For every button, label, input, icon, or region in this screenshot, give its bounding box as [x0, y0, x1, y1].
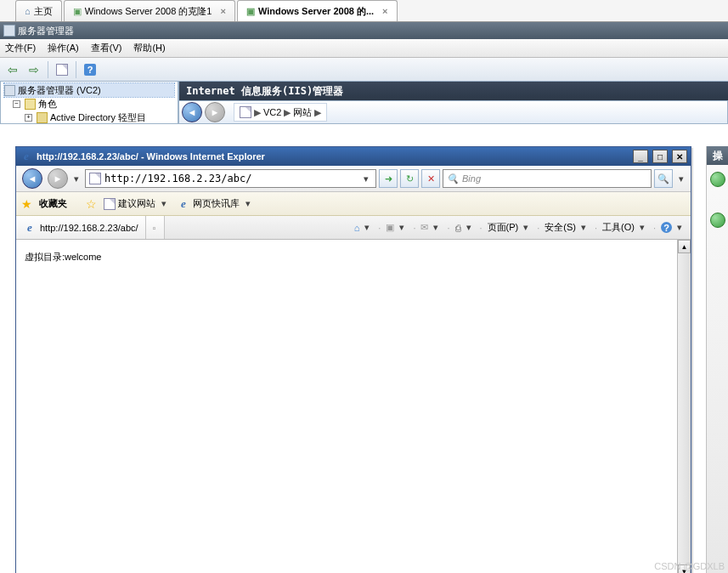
tree-panel: 服务器管理器 (VC2) − 角色 + Active Directory 轻型目 [0, 82, 178, 124]
print-button[interactable]: ⎙▾ [455, 222, 475, 233]
chevron-right-icon: ▶ [314, 107, 321, 118]
ie-icon [20, 150, 33, 163]
star-icon[interactable]: ★ [21, 197, 32, 211]
menu-file[interactable]: 文件(F) [5, 42, 36, 54]
page-content: 虚拟目录:welcome ▲ ▼ [16, 240, 691, 573]
arrow-right-icon: ► [211, 107, 220, 117]
tree-label: 角色 [38, 98, 57, 111]
minimize-button[interactable]: _ [633, 150, 648, 163]
favorites-bar: ★ 收藏夹 ☆ 建议网站 ▾ 网页快讯库 ▾ [16, 192, 691, 216]
tree-root[interactable]: 服务器管理器 (VC2) [4, 83, 174, 97]
close-icon: ✕ [427, 173, 435, 184]
forward-button[interactable]: ► [48, 168, 68, 189]
collapse-icon[interactable]: − [13, 100, 20, 108]
chevron-down-icon[interactable]: ▾ [242, 198, 254, 209]
vertical-scrollbar[interactable]: ▲ ▼ [677, 240, 691, 573]
tree-roles[interactable]: − 角色 [4, 97, 174, 111]
stop-button[interactable]: ✕ [421, 169, 440, 188]
page-icon [240, 106, 251, 118]
maximize-button[interactable]: □ [652, 150, 668, 163]
properties-button[interactable] [53, 60, 71, 79]
globe-icon[interactable] [710, 213, 725, 228]
forward-button[interactable]: ⇨ [25, 60, 43, 79]
forward-button[interactable]: ► [205, 102, 225, 122]
fav-label: 网页快讯库 [193, 197, 240, 210]
url-input[interactable] [104, 173, 357, 184]
search-box[interactable]: 🔍 Bing [443, 169, 652, 188]
body-text: 虚拟目录:welcome [25, 252, 101, 262]
ie-window: http://192.168.2.23/abc/ - Windows Inter… [15, 146, 691, 573]
window-title: http://192.168.2.23/abc/ - Windows Inter… [37, 151, 265, 162]
actions-pane: 操 [706, 146, 728, 573]
arrow-left-icon: ◄ [28, 173, 37, 184]
home-icon: ⌂ [354, 223, 360, 233]
breadcrumb[interactable]: ▶ VC2 ▶ 网站 ▶ [234, 103, 327, 122]
tree-ad[interactable]: + Active Directory 轻型目 [4, 111, 174, 124]
scroll-up-button[interactable]: ▲ [678, 240, 691, 253]
arrow-left-icon: ◄ [188, 107, 197, 117]
search-dropdown[interactable]: ▾ [675, 173, 687, 184]
content-split: 服务器管理器 (VC2) − 角色 + Active Directory 轻型目… [0, 82, 728, 124]
close-button[interactable]: ✕ [672, 150, 687, 163]
page-menu[interactable]: 页面(P)▾ [488, 221, 533, 234]
separator [76, 61, 76, 78]
new-tab-button[interactable]: ▫ [146, 216, 165, 239]
command-bar: ⌂▾ · ▣▾ · ✉▾ · ⎙▾ · 页面(P)▾ · 安全(S)▾ · 工具… [165, 216, 691, 239]
home-button[interactable]: ⌂▾ [354, 222, 374, 233]
close-icon[interactable]: × [220, 6, 225, 16]
vm-tab-bar: ⌂ 主页 ▣ Windows Server 2008 的克隆1 × ▣ Wind… [0, 0, 728, 22]
ie-titlebar[interactable]: http://192.168.2.23/abc/ - Windows Inter… [16, 147, 691, 166]
safety-menu[interactable]: 安全(S)▾ [545, 221, 590, 234]
folder-icon [37, 112, 48, 123]
browser-tab[interactable]: http://192.168.2.23/abc/ [16, 216, 146, 239]
fav-web-slice[interactable]: 网页快讯库 ▾ [177, 197, 254, 211]
tab-title: http://192.168.2.23/abc/ [40, 223, 138, 233]
globe-icon[interactable] [710, 172, 725, 187]
back-button[interactable]: ◄ [22, 168, 42, 189]
tree-label: 服务器管理器 (VC2) [18, 84, 101, 97]
iis-pane: Internet 信息服务(IIS)管理器 ◄ ► ▶ VC2 ▶ 网站 ▶ [178, 82, 728, 124]
back-button[interactable]: ⇦ [3, 60, 22, 79]
mail-button[interactable]: ✉▾ [420, 222, 442, 233]
vm-tab-label: Windows Server 2008 的... [258, 5, 374, 18]
arrow-right-icon: ➜ [385, 173, 392, 184]
breadcrumb-item[interactable]: 网站 [293, 106, 312, 119]
go-button[interactable]: ➜ [379, 169, 398, 188]
history-dropdown[interactable]: ▾ [71, 173, 82, 184]
iis-nav: ◄ ► ▶ VC2 ▶ 网站 ▶ [179, 100, 728, 124]
chevron-down-icon[interactable]: ▾ [158, 198, 170, 209]
rss-icon: ▣ [386, 222, 394, 233]
search-button[interactable]: 🔍 [654, 169, 673, 188]
expand-icon[interactable]: + [25, 114, 32, 122]
vm-tab-home[interactable]: ⌂ 主页 [15, 0, 62, 21]
tools-menu[interactable]: 工具(O)▾ [602, 221, 648, 234]
menu-action[interactable]: 操作(A) [48, 42, 79, 54]
back-button[interactable]: ◄ [182, 102, 202, 122]
vm-tab-label: 主页 [34, 5, 53, 18]
feeds-button[interactable]: ▣▾ [386, 222, 408, 233]
breadcrumb-item[interactable]: VC2 [263, 107, 281, 117]
actions-header: 操 [707, 146, 728, 165]
vm-tab-active[interactable]: ▣ Windows Server 2008 的... × [237, 0, 398, 21]
search-icon: 🔍 [657, 173, 669, 184]
address-bar[interactable]: ▾ [85, 169, 376, 188]
separator [48, 61, 48, 78]
menu-help[interactable]: 帮助(H) [133, 42, 165, 54]
vm-tab-clone1[interactable]: ▣ Windows Server 2008 的克隆1 × [64, 0, 235, 21]
help-menu[interactable]: ?▾ [661, 222, 686, 233]
refresh-button[interactable]: ↻ [400, 169, 419, 188]
help-button[interactable]: ? [81, 60, 99, 79]
favorites-label[interactable]: 收藏夹 [39, 197, 67, 210]
refresh-icon: ↻ [406, 173, 414, 184]
print-icon: ⎙ [455, 223, 461, 233]
chevron-down-icon[interactable]: ▾ [360, 173, 372, 184]
menu-view[interactable]: 查看(V) [91, 42, 122, 54]
page-icon [104, 198, 116, 210]
toolbar: ⇦ ⇨ ? [0, 58, 728, 82]
chevron-down-icon[interactable]: ▾ [361, 222, 373, 233]
tree-label: Active Directory 轻型目 [50, 111, 146, 124]
close-icon[interactable]: × [382, 6, 387, 16]
arrow-right-icon: ⇨ [29, 63, 39, 77]
vm-tab-label: Windows Server 2008 的克隆1 [85, 5, 212, 18]
fav-suggest-sites[interactable]: 建议网站 ▾ [104, 197, 170, 210]
